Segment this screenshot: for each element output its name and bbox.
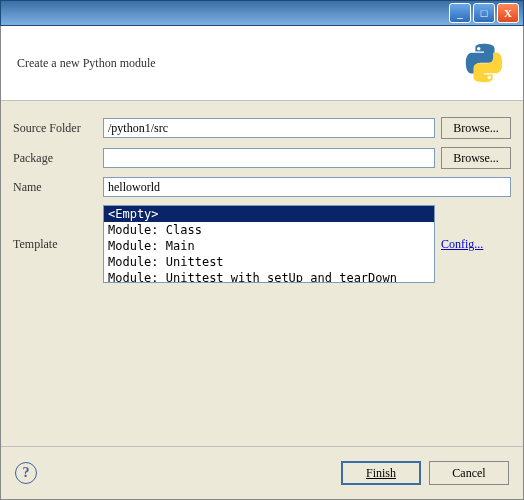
name-row: Name	[13, 177, 511, 197]
package-browse-button[interactable]: Browse...	[441, 147, 511, 169]
config-link[interactable]: Config...	[441, 237, 511, 252]
python-logo-icon	[461, 40, 507, 86]
cancel-button[interactable]: Cancel	[429, 461, 509, 485]
dialog-footer: ? Finish Cancel	[1, 446, 523, 499]
package-row: Package Browse...	[13, 147, 511, 169]
template-item[interactable]: Module: Unittest with setUp and tearDown	[104, 270, 434, 283]
source-folder-browse-button[interactable]: Browse...	[441, 117, 511, 139]
window-body: Create a new Python module Source Folder…	[0, 26, 524, 500]
template-item[interactable]: Module: Main	[104, 238, 434, 254]
template-label: Template	[13, 237, 103, 252]
source-folder-label: Source Folder	[13, 121, 103, 136]
dialog-title: Create a new Python module	[17, 56, 156, 71]
titlebar[interactable]: _ □ X	[0, 0, 524, 26]
form-area: Source Folder Browse... Package Browse..…	[1, 101, 523, 446]
name-label: Name	[13, 180, 103, 195]
finish-button[interactable]: Finish	[341, 461, 421, 485]
template-item[interactable]: Module: Class	[104, 222, 434, 238]
minimize-button[interactable]: _	[449, 3, 471, 23]
template-listbox[interactable]: <Empty>Module: ClassModule: MainModule: …	[103, 205, 435, 283]
package-input[interactable]	[103, 148, 435, 168]
source-folder-input[interactable]	[103, 118, 435, 138]
template-row: Template <Empty>Module: ClassModule: Mai…	[13, 205, 511, 283]
dialog-header: Create a new Python module	[1, 26, 523, 101]
package-label: Package	[13, 151, 103, 166]
template-item[interactable]: Module: Unittest	[104, 254, 434, 270]
template-item[interactable]: <Empty>	[104, 206, 434, 222]
help-icon[interactable]: ?	[15, 462, 37, 484]
source-folder-row: Source Folder Browse...	[13, 117, 511, 139]
maximize-button[interactable]: □	[473, 3, 495, 23]
close-button[interactable]: X	[497, 3, 519, 23]
name-input[interactable]	[103, 177, 511, 197]
